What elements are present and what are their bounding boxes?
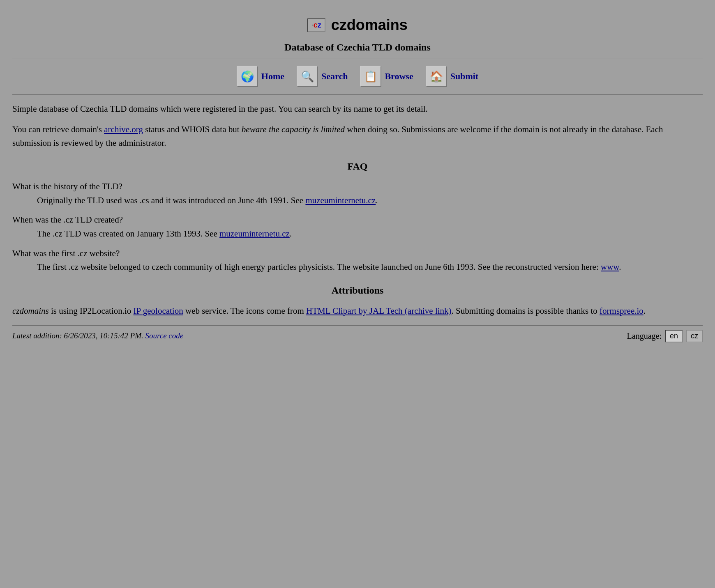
faq-q1: What is the history of the TLD? [12, 180, 703, 194]
logo-z: z [318, 21, 321, 30]
home-icon: 🌍 [237, 66, 258, 87]
faq-item-3: What was the first .cz website? The firs… [12, 247, 703, 274]
faq-a1-after: . [376, 195, 378, 205]
faq-item-2: When was the .cz TLD created? The .cz TL… [12, 213, 703, 241]
lang-en-button[interactable]: en [665, 330, 683, 342]
language-section: Language: en cz [627, 330, 703, 342]
nav-submit[interactable]: 🏠 Submit [426, 66, 478, 87]
attr-text2: web service. The icons come from [183, 306, 306, 316]
nav-home-label: Home [261, 71, 284, 82]
intro-italic: beware the capacity is limited [242, 124, 345, 134]
nav-browse-label: Browse [385, 71, 413, 82]
faq-a2-link[interactable]: muzeuminternetu.cz [219, 229, 290, 239]
source-code-link[interactable]: Source code [145, 331, 184, 340]
faq-a1: Originally the TLD used was .cs and it w… [37, 194, 703, 208]
latest-addition-text: Latest addition: 6/26/2023, 10:15:42 PM. [12, 331, 143, 340]
faq-a3: The first .cz website belonged to czech … [37, 260, 703, 274]
nav-search-label: Search [321, 71, 348, 82]
faq-a3-after: . [619, 262, 621, 272]
faq-item-1: What is the history of the TLD? Original… [12, 180, 703, 207]
page-subtitle: Database of Czechia TLD domains [12, 42, 703, 53]
attributions-title: Attributions [12, 283, 703, 298]
attributions-content: czdomains is using IP2Location.io IP geo… [12, 304, 703, 319]
ip-geolocation-link[interactable]: IP geolocation [134, 306, 183, 316]
footer: Latest addition: 6/26/2023, 10:15:42 PM.… [12, 325, 703, 342]
attr-text4: . [644, 306, 646, 316]
divider-top [12, 58, 703, 58]
faq-a2-after: . [290, 229, 292, 239]
intro-text-before: You can retrieve domain's [12, 124, 104, 134]
faq-q3: What was the first .cz website? [12, 247, 703, 261]
nav-submit-label: Submit [450, 71, 478, 82]
archive-org-link[interactable]: archive.org [104, 124, 143, 134]
intro-text-after-link: status and WHOIS data but [143, 124, 242, 134]
faq-a2-text: The .cz TLD was created on January 13th … [37, 229, 219, 239]
faq-a2: The .cz TLD was created on January 13th … [37, 227, 703, 241]
formspree-link[interactable]: formspree.io [600, 306, 644, 316]
intro-line2: You can retrieve domain's archive.org st… [12, 123, 703, 150]
search-icon: 🔍 [297, 66, 318, 87]
faq-q2: When was the .cz TLD created? [12, 213, 703, 227]
header: · c z czdomains [12, 16, 703, 34]
main-nav: 🌍 Home 🔍 Search 📋 Browse 🏠 Submit [12, 62, 703, 91]
faq-a3-link[interactable]: www [601, 262, 619, 272]
attr-text1: is using IP2Location.io [49, 306, 134, 316]
attr-text3: . Submitting domains is possible thanks … [452, 306, 600, 316]
language-label: Language: [627, 331, 662, 341]
nav-search[interactable]: 🔍 Search [297, 66, 348, 87]
nav-home[interactable]: 🌍 Home [237, 66, 284, 87]
main-content: Simple database of Czechia TLD domains w… [12, 102, 703, 319]
site-title: czdomains [331, 16, 408, 34]
nav-browse[interactable]: 📋 Browse [360, 66, 413, 87]
footer-left: Latest addition: 6/26/2023, 10:15:42 PM.… [12, 331, 183, 340]
faq-a1-text: Originally the TLD used was .cs and it w… [37, 195, 305, 205]
browse-icon: 📋 [360, 66, 381, 87]
lang-cz-button[interactable]: cz [686, 330, 703, 342]
faq-a1-link[interactable]: muzeuminternetu.cz [305, 195, 376, 205]
faq-title: FAQ [12, 158, 703, 174]
faq-a3-text: The first .cz website belonged to czech … [37, 262, 601, 272]
intro-line1: Simple database of Czechia TLD domains w… [12, 102, 703, 116]
submit-icon: 🏠 [426, 66, 447, 87]
logo-c: c [314, 21, 318, 30]
attr-site-name: czdomains [12, 306, 49, 316]
divider-nav [12, 94, 703, 95]
site-logo: · c z [307, 18, 325, 32]
html-clipart-link[interactable]: HTML Clipart by JAL Tech (archive link) [306, 306, 452, 316]
